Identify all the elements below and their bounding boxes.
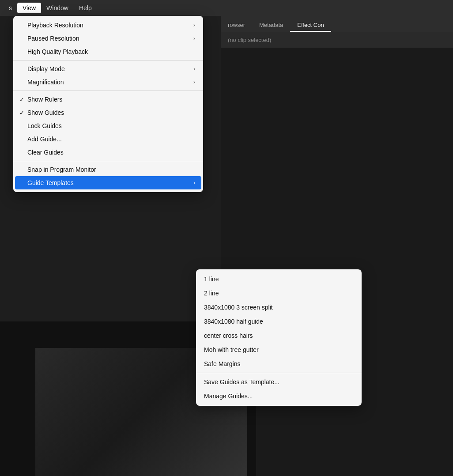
submenu-item-manage-guides[interactable]: Manage Guides... <box>196 389 362 403</box>
submenu-center-cross-label: center cross hairs <box>204 332 253 339</box>
menubar-item-window[interactable]: Window <box>41 3 74 13</box>
clip-panel: (no clip selected) <box>221 32 453 48</box>
no-clip-text: (no clip selected) <box>228 37 271 43</box>
playback-resolution-arrow-icon: › <box>193 22 195 28</box>
menu-item-snap-label: Snap in Program Monitor <box>27 166 96 173</box>
submenu-safe-margins-label: Safe Margins <box>204 360 240 367</box>
menu-item-add-guide[interactable]: Add Guide... <box>13 132 203 146</box>
show-rulers-check-icon: ✓ <box>19 96 24 103</box>
menu-item-magnification-label: Magnification <box>27 79 64 86</box>
menu-item-show-guides[interactable]: ✓ Show Guides <box>13 106 203 119</box>
menu-item-high-quality-playback[interactable]: High Quality Playback <box>13 45 203 58</box>
menu-item-guide-templates-label: Guide Templates <box>27 179 74 186</box>
tab-metadata[interactable]: Metadata <box>252 19 290 32</box>
paused-resolution-arrow-icon: › <box>193 35 195 42</box>
view-dropdown-menu: Playback Resolution › Paused Resolution … <box>13 16 203 192</box>
menu-item-lock-guides-label: Lock Guides <box>27 122 62 129</box>
menu-item-show-guides-label: Show Guides <box>27 109 64 116</box>
menu-item-show-rulers[interactable]: ✓ Show Rulers <box>13 93 203 106</box>
menu-item-clear-guides-label: Clear Guides <box>27 149 64 156</box>
menubar-item-help[interactable]: Help <box>74 3 97 13</box>
display-mode-arrow-icon: › <box>193 66 195 72</box>
menu-item-high-quality-playback-label: High Quality Playback <box>27 48 88 55</box>
menu-item-paused-resolution-label: Paused Resolution <box>27 35 79 42</box>
menu-item-snap-in-program-monitor[interactable]: Snap in Program Monitor <box>13 163 203 176</box>
tab-effect-controls[interactable]: Effect Con <box>290 19 331 32</box>
menu-item-display-mode-label: Display Mode <box>27 65 65 72</box>
submenu-item-safe-margins[interactable]: Safe Margins <box>196 357 362 371</box>
guide-templates-submenu: 1 line 2 line 3840x1080 3 screen split 3… <box>196 269 362 406</box>
tab-browser[interactable]: rowser <box>221 19 252 32</box>
guide-templates-arrow-icon: › <box>193 180 195 186</box>
submenu-divider-1 <box>196 373 362 373</box>
submenu-3840-half-label: 3840x1080 half guide <box>204 318 263 325</box>
menu-divider-1 <box>13 60 203 60</box>
menu-item-guide-templates[interactable]: Guide Templates › <box>15 176 201 189</box>
menu-item-lock-guides[interactable]: Lock Guides <box>13 119 203 132</box>
menubar-item-view[interactable]: View <box>17 3 41 13</box>
menu-item-add-guide-label: Add Guide... <box>27 136 62 143</box>
menu-divider-3 <box>13 161 203 161</box>
menu-item-show-rulers-label: Show Rulers <box>27 96 62 103</box>
submenu-manage-guides-label: Manage Guides... <box>204 393 253 400</box>
submenu-2line-label: 2 line <box>204 290 219 297</box>
show-guides-check-icon: ✓ <box>19 110 24 116</box>
submenu-save-guides-label: Save Guides as Template... <box>204 378 279 385</box>
submenu-moh-tree-label: Moh with tree gutter <box>204 346 259 353</box>
menu-item-playback-resolution-label: Playback Resolution <box>27 22 83 29</box>
menu-divider-2 <box>13 91 203 91</box>
submenu-item-1line[interactable]: 1 line <box>196 272 362 286</box>
submenu-item-3840-half[interactable]: 3840x1080 half guide <box>196 314 362 329</box>
submenu-item-save-guides[interactable]: Save Guides as Template... <box>196 375 362 389</box>
menu-item-playback-resolution[interactable]: Playback Resolution › <box>13 19 203 32</box>
menu-item-paused-resolution[interactable]: Paused Resolution › <box>13 32 203 45</box>
magnification-arrow-icon: › <box>193 79 195 85</box>
submenu-3840-3screen-label: 3840x1080 3 screen split <box>204 304 273 311</box>
menubar: s View Window Help <box>0 0 453 16</box>
submenu-item-3840-3screen[interactable]: 3840x1080 3 screen split <box>196 300 362 314</box>
tabs-bar: rowser Metadata Effect Con <box>221 16 453 32</box>
menu-item-display-mode[interactable]: Display Mode › <box>13 62 203 76</box>
menubar-item-s[interactable]: s <box>4 3 17 13</box>
menu-item-magnification[interactable]: Magnification › <box>13 76 203 89</box>
submenu-item-center-cross[interactable]: center cross hairs <box>196 329 362 343</box>
submenu-item-moh-tree[interactable]: Moh with tree gutter <box>196 343 362 357</box>
submenu-1line-label: 1 line <box>204 276 219 283</box>
menu-item-clear-guides[interactable]: Clear Guides <box>13 146 203 159</box>
submenu-item-2line[interactable]: 2 line <box>196 286 362 300</box>
